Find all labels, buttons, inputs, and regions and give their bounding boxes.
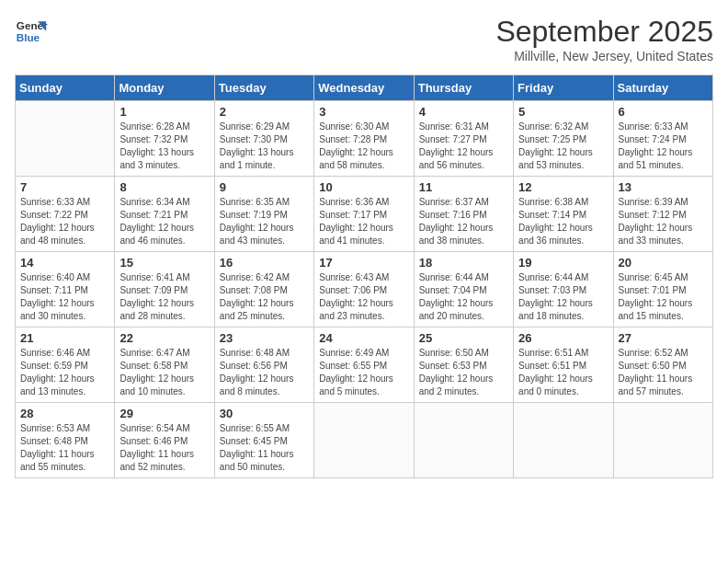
- day-info: Sunrise: 6:52 AM Sunset: 6:50 PM Dayligh…: [619, 347, 708, 398]
- day-number: 8: [119, 180, 209, 194]
- calendar-week-row: 14Sunrise: 6:40 AM Sunset: 7:11 PM Dayli…: [16, 252, 713, 327]
- calendar-day-cell: 9Sunrise: 6:35 AM Sunset: 7:19 PM Daylig…: [214, 177, 313, 252]
- calendar-day-cell: 14Sunrise: 6:40 AM Sunset: 7:11 PM Dayli…: [16, 252, 115, 327]
- calendar-table: SundayMondayTuesdayWednesdayThursdayFrid…: [15, 75, 713, 478]
- calendar-day-cell: 10Sunrise: 6:36 AM Sunset: 7:17 PM Dayli…: [314, 177, 414, 252]
- day-of-week-header: Friday: [514, 75, 613, 101]
- title-block: September 2025 Millville, New Jersey, Un…: [495, 15, 713, 63]
- day-info: Sunrise: 6:42 AM Sunset: 7:08 PM Dayligh…: [220, 271, 309, 323]
- day-number: 14: [20, 256, 109, 270]
- day-info: Sunrise: 6:36 AM Sunset: 7:17 PM Dayligh…: [319, 196, 408, 247]
- day-number: 15: [119, 256, 209, 270]
- day-number: 7: [20, 180, 109, 194]
- day-info: Sunrise: 6:31 AM Sunset: 7:27 PM Dayligh…: [419, 121, 508, 172]
- day-number: 29: [119, 407, 209, 420]
- day-of-week-header: Saturday: [613, 75, 712, 101]
- day-number: 5: [518, 105, 608, 119]
- calendar-day-cell: 30Sunrise: 6:55 AM Sunset: 6:45 PM Dayli…: [214, 403, 313, 478]
- day-of-week-header: Sunday: [16, 75, 115, 101]
- calendar-day-cell: 6Sunrise: 6:33 AM Sunset: 7:24 PM Daylig…: [613, 101, 712, 177]
- day-number: 10: [319, 180, 408, 194]
- calendar-day-cell: 4Sunrise: 6:31 AM Sunset: 7:27 PM Daylig…: [414, 101, 513, 177]
- day-number: 22: [119, 331, 209, 345]
- day-of-week-header: Monday: [115, 75, 214, 101]
- day-number: 1: [119, 105, 209, 119]
- calendar-day-cell: 11Sunrise: 6:37 AM Sunset: 7:16 PM Dayli…: [414, 177, 513, 252]
- day-info: Sunrise: 6:35 AM Sunset: 7:19 PM Dayligh…: [220, 196, 309, 247]
- day-number: 11: [419, 180, 508, 194]
- calendar-day-cell: 21Sunrise: 6:46 AM Sunset: 6:59 PM Dayli…: [16, 327, 115, 403]
- calendar-day-cell: 25Sunrise: 6:50 AM Sunset: 6:53 PM Dayli…: [414, 327, 513, 403]
- day-info: Sunrise: 6:44 AM Sunset: 7:04 PM Dayligh…: [419, 271, 508, 323]
- day-number: 30: [220, 407, 309, 420]
- day-info: Sunrise: 6:30 AM Sunset: 7:28 PM Dayligh…: [319, 121, 408, 172]
- day-number: 2: [220, 105, 309, 119]
- day-info: Sunrise: 6:41 AM Sunset: 7:09 PM Dayligh…: [119, 271, 209, 323]
- calendar-day-cell: 15Sunrise: 6:41 AM Sunset: 7:09 PM Dayli…: [115, 252, 214, 327]
- day-info: Sunrise: 6:48 AM Sunset: 6:56 PM Dayligh…: [220, 347, 309, 398]
- calendar-day-cell: [514, 403, 613, 478]
- day-info: Sunrise: 6:39 AM Sunset: 7:12 PM Dayligh…: [619, 196, 708, 247]
- calendar-day-cell: [16, 101, 115, 177]
- day-number: 6: [619, 105, 708, 119]
- day-info: Sunrise: 6:32 AM Sunset: 7:25 PM Dayligh…: [518, 121, 608, 172]
- day-info: Sunrise: 6:50 AM Sunset: 6:53 PM Dayligh…: [419, 347, 508, 398]
- day-number: 26: [518, 331, 608, 345]
- calendar-day-cell: 1Sunrise: 6:28 AM Sunset: 7:32 PM Daylig…: [115, 101, 214, 177]
- calendar-week-row: 1Sunrise: 6:28 AM Sunset: 7:32 PM Daylig…: [16, 101, 713, 177]
- calendar-week-row: 28Sunrise: 6:53 AM Sunset: 6:48 PM Dayli…: [16, 403, 713, 478]
- day-info: Sunrise: 6:44 AM Sunset: 7:03 PM Dayligh…: [518, 271, 608, 323]
- day-info: Sunrise: 6:49 AM Sunset: 6:55 PM Dayligh…: [319, 347, 408, 398]
- calendar-day-cell: 23Sunrise: 6:48 AM Sunset: 6:56 PM Dayli…: [214, 327, 313, 403]
- logo: General Blue: [15, 15, 48, 48]
- calendar-day-cell: 20Sunrise: 6:45 AM Sunset: 7:01 PM Dayli…: [613, 252, 712, 327]
- calendar-week-row: 7Sunrise: 6:33 AM Sunset: 7:22 PM Daylig…: [16, 177, 713, 252]
- calendar-day-cell: [314, 403, 414, 478]
- calendar-day-cell: 3Sunrise: 6:30 AM Sunset: 7:28 PM Daylig…: [314, 101, 414, 177]
- calendar-day-cell: 16Sunrise: 6:42 AM Sunset: 7:08 PM Dayli…: [214, 252, 313, 327]
- calendar-day-cell: 2Sunrise: 6:29 AM Sunset: 7:30 PM Daylig…: [214, 101, 313, 177]
- calendar-header-row: SundayMondayTuesdayWednesdayThursdayFrid…: [16, 75, 713, 101]
- day-info: Sunrise: 6:37 AM Sunset: 7:16 PM Dayligh…: [419, 196, 508, 247]
- calendar-day-cell: 27Sunrise: 6:52 AM Sunset: 6:50 PM Dayli…: [613, 327, 712, 403]
- day-info: Sunrise: 6:40 AM Sunset: 7:11 PM Dayligh…: [20, 271, 109, 323]
- day-number: 3: [319, 105, 408, 119]
- day-info: Sunrise: 6:33 AM Sunset: 7:24 PM Dayligh…: [619, 121, 708, 172]
- day-info: Sunrise: 6:54 AM Sunset: 6:46 PM Dayligh…: [119, 422, 209, 474]
- month-title: September 2025: [495, 15, 713, 49]
- calendar-day-cell: 19Sunrise: 6:44 AM Sunset: 7:03 PM Dayli…: [514, 252, 613, 327]
- day-info: Sunrise: 6:51 AM Sunset: 6:51 PM Dayligh…: [518, 347, 608, 398]
- day-of-week-header: Thursday: [414, 75, 513, 101]
- calendar-day-cell: 5Sunrise: 6:32 AM Sunset: 7:25 PM Daylig…: [514, 101, 613, 177]
- day-info: Sunrise: 6:43 AM Sunset: 7:06 PM Dayligh…: [319, 271, 408, 323]
- day-info: Sunrise: 6:45 AM Sunset: 7:01 PM Dayligh…: [619, 271, 708, 323]
- calendar-day-cell: [414, 403, 513, 478]
- calendar-week-row: 21Sunrise: 6:46 AM Sunset: 6:59 PM Dayli…: [16, 327, 713, 403]
- day-info: Sunrise: 6:46 AM Sunset: 6:59 PM Dayligh…: [20, 347, 109, 398]
- day-info: Sunrise: 6:53 AM Sunset: 6:48 PM Dayligh…: [20, 422, 109, 474]
- location-subtitle: Millville, New Jersey, United States: [495, 49, 713, 63]
- calendar-day-cell: 18Sunrise: 6:44 AM Sunset: 7:04 PM Dayli…: [414, 252, 513, 327]
- calendar-day-cell: 28Sunrise: 6:53 AM Sunset: 6:48 PM Dayli…: [16, 403, 115, 478]
- day-number: 27: [619, 331, 708, 345]
- calendar-day-cell: 12Sunrise: 6:38 AM Sunset: 7:14 PM Dayli…: [514, 177, 613, 252]
- day-info: Sunrise: 6:47 AM Sunset: 6:58 PM Dayligh…: [119, 347, 209, 398]
- day-number: 13: [619, 180, 708, 194]
- day-info: Sunrise: 6:38 AM Sunset: 7:14 PM Dayligh…: [518, 196, 608, 247]
- day-number: 23: [220, 331, 309, 345]
- day-number: 9: [220, 180, 309, 194]
- day-info: Sunrise: 6:29 AM Sunset: 7:30 PM Dayligh…: [220, 121, 309, 172]
- day-number: 19: [518, 256, 608, 270]
- calendar-day-cell: 29Sunrise: 6:54 AM Sunset: 6:46 PM Dayli…: [115, 403, 214, 478]
- page-header: General Blue September 2025 Millville, N…: [15, 15, 713, 63]
- day-of-week-header: Tuesday: [214, 75, 313, 101]
- logo-icon: General Blue: [15, 15, 48, 48]
- day-number: 20: [619, 256, 708, 270]
- day-of-week-header: Wednesday: [314, 75, 414, 101]
- calendar-day-cell: 26Sunrise: 6:51 AM Sunset: 6:51 PM Dayli…: [514, 327, 613, 403]
- calendar-day-cell: 13Sunrise: 6:39 AM Sunset: 7:12 PM Dayli…: [613, 177, 712, 252]
- day-number: 18: [419, 256, 508, 270]
- svg-text:Blue: Blue: [17, 31, 40, 43]
- calendar-day-cell: 8Sunrise: 6:34 AM Sunset: 7:21 PM Daylig…: [115, 177, 214, 252]
- day-info: Sunrise: 6:28 AM Sunset: 7:32 PM Dayligh…: [119, 121, 209, 172]
